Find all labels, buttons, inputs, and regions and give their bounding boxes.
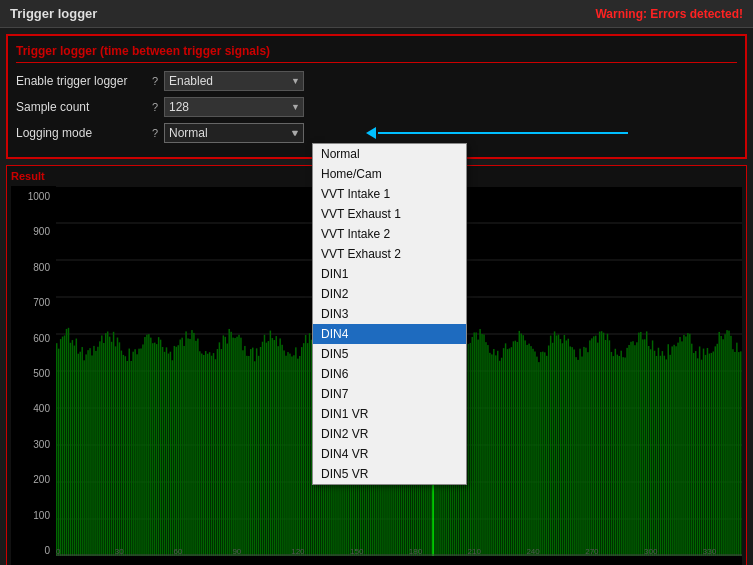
dropdown-item[interactable]: Normal — [313, 144, 466, 164]
main-panel: Trigger logger (time between trigger sig… — [6, 34, 747, 159]
y-axis-label: 400 — [13, 403, 54, 414]
logging-mode-display[interactable]: Normal ▼ — [164, 123, 304, 143]
enable-trigger-select[interactable]: Enabled Disabled — [164, 71, 304, 91]
sample-count-select-wrapper: 128 256 512 — [164, 97, 304, 117]
sample-count-label: Sample count — [16, 100, 146, 114]
enable-trigger-label: Enable trigger logger — [16, 74, 146, 88]
logging-mode-label: Logging mode — [16, 126, 146, 140]
y-axis: 10009008007006005004003002001000 — [11, 186, 56, 556]
logging-mode-help[interactable]: ? — [146, 127, 164, 139]
logging-mode-arrow-icon: ▼ — [290, 128, 299, 138]
y-axis-label: 0 — [13, 545, 54, 556]
warning-message: Warning: Errors detected! — [595, 7, 743, 21]
y-axis-label: 900 — [13, 226, 54, 237]
dropdown-item[interactable]: DIN4 VR — [313, 444, 466, 464]
arrow-line — [378, 132, 628, 134]
dropdown-item[interactable]: DIN7 — [313, 384, 466, 404]
logging-mode-value: Normal — [169, 126, 208, 140]
arrow-head-icon — [366, 127, 376, 139]
dropdown-item[interactable]: VVT Intake 1 — [313, 184, 466, 204]
enable-trigger-help[interactable]: ? — [146, 75, 164, 87]
dropdown-item[interactable]: DIN3 — [313, 304, 466, 324]
title-bar: Trigger logger Warning: Errors detected! — [0, 0, 753, 28]
dropdown-item[interactable]: DIN5 VR — [313, 464, 466, 484]
enable-trigger-select-wrapper: Enabled Disabled — [164, 71, 304, 91]
dropdown-item[interactable]: DIN1 VR — [313, 404, 466, 424]
dropdown-item[interactable]: DIN5 — [313, 344, 466, 364]
y-axis-label: 1000 — [13, 191, 54, 202]
y-axis-label: 800 — [13, 262, 54, 273]
dropdown-item[interactable]: DIN1 — [313, 264, 466, 284]
dropdown-item[interactable]: Home/Cam — [313, 164, 466, 184]
logging-mode-dropdown: NormalHome/CamVVT Intake 1VVT Exhaust 1V… — [312, 143, 467, 485]
dropdown-item[interactable]: VVT Exhaust 1 — [313, 204, 466, 224]
y-axis-label: 500 — [13, 368, 54, 379]
sample-count-select[interactable]: 128 256 512 — [164, 97, 304, 117]
enable-trigger-row: Enable trigger logger ? Enabled Disabled — [16, 71, 737, 91]
logging-mode-row: Logging mode ? Normal ▼ NormalHome/CamVV… — [16, 123, 737, 143]
dropdown-item[interactable]: VVT Intake 2 — [313, 224, 466, 244]
y-axis-label: 600 — [13, 333, 54, 344]
dropdown-item[interactable]: VVT Exhaust 2 — [313, 244, 466, 264]
window-title: Trigger logger — [10, 6, 97, 21]
dropdown-item[interactable]: DIN2 VR — [313, 424, 466, 444]
dropdown-item[interactable]: DIN6 — [313, 364, 466, 384]
arrow-indicator — [366, 127, 628, 139]
logging-mode-select-wrapper: Normal ▼ NormalHome/CamVVT Intake 1VVT E… — [164, 123, 304, 143]
panel-title: Trigger logger (time between trigger sig… — [16, 44, 737, 63]
y-axis-label: 200 — [13, 474, 54, 485]
dropdown-item[interactable]: DIN4 — [313, 324, 466, 344]
y-axis-label: 700 — [13, 297, 54, 308]
dropdown-item[interactable]: DIN2 — [313, 284, 466, 304]
sample-count-help[interactable]: ? — [146, 101, 164, 113]
sample-count-row: Sample count ? 128 256 512 — [16, 97, 737, 117]
y-axis-label: 300 — [13, 439, 54, 450]
y-axis-label: 100 — [13, 510, 54, 521]
